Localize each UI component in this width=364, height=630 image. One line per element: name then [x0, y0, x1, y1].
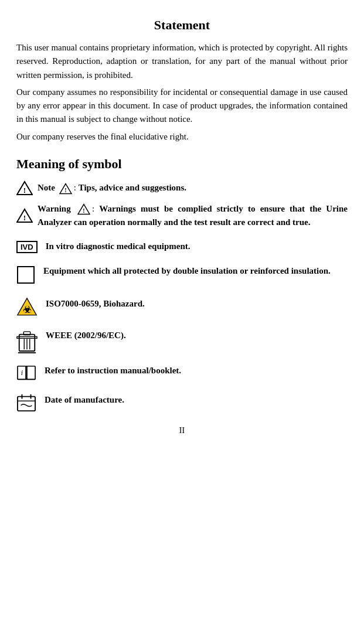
weee-row: WEEE (2002/96/EC).: [16, 329, 348, 353]
svg-text:!: !: [23, 213, 26, 222]
section-meaning-title: Meaning of symbol: [16, 156, 348, 172]
svg-rect-12: [17, 336, 37, 338]
weee-icon: [16, 329, 38, 353]
warning-row: ! Warning ! : Warnings must be complied …: [16, 202, 348, 230]
svg-text:!: !: [83, 207, 84, 214]
note-row: ! Note ! : Tips, advice and suggestions.: [16, 180, 348, 196]
svg-text:!: !: [23, 186, 26, 195]
svg-text:!: !: [64, 187, 66, 193]
ivd-icon: IVD: [16, 241, 38, 253]
book-icon: i: [16, 364, 36, 383]
ivd-text: In vitro diagnostic medical equipment.: [46, 240, 190, 253]
svg-text:☣: ☣: [23, 304, 32, 315]
ivd-box-label: IVD: [16, 241, 38, 253]
svg-text:i: i: [21, 368, 23, 376]
note-text: Note ! : Tips, advice and suggestions.: [38, 181, 186, 195]
insulation-row: Equipment which all protected by double …: [16, 264, 348, 284]
note-triangle-icon: !: [16, 180, 33, 196]
biohazard-icon: ☣: [16, 297, 38, 318]
instruction-manual-text: Refer to instruction manual/booklet.: [45, 364, 181, 377]
warning-triangle-icon: !: [16, 207, 33, 224]
weee-text: WEEE (2002/96/EC).: [46, 329, 126, 342]
intro-paragraph-1: This user manual contains proprietary in…: [16, 41, 348, 82]
intro-paragraph-3: Our company reserves the final elucidati…: [16, 130, 348, 144]
warning-text: Warning ! : Warnings must be complied st…: [38, 202, 348, 230]
insulation-text: Equipment which all protected by double …: [43, 264, 331, 278]
instruction-manual-row: i Refer to instruction manual/booklet.: [16, 364, 348, 383]
biohazard-text: ISO7000-0659, Biohazard.: [46, 297, 145, 311]
svg-rect-24: [18, 396, 35, 410]
square-icon: [16, 265, 35, 284]
date-manufacture-row: Date of manufacture.: [16, 393, 348, 412]
biohazard-row: ☣ ISO7000-0659, Biohazard.: [16, 297, 348, 318]
calendar-icon: [16, 393, 36, 412]
page-title: Statement: [16, 18, 348, 33]
svg-rect-8: [18, 267, 34, 283]
intro-paragraph-2: Our company assumes no responsibility fo…: [16, 86, 348, 127]
page-number: II: [16, 426, 348, 435]
svg-rect-19: [27, 366, 35, 379]
ivd-row: IVD In vitro diagnostic medical equipmen…: [16, 240, 348, 253]
date-manufacture-text: Date of manufacture.: [45, 393, 124, 407]
